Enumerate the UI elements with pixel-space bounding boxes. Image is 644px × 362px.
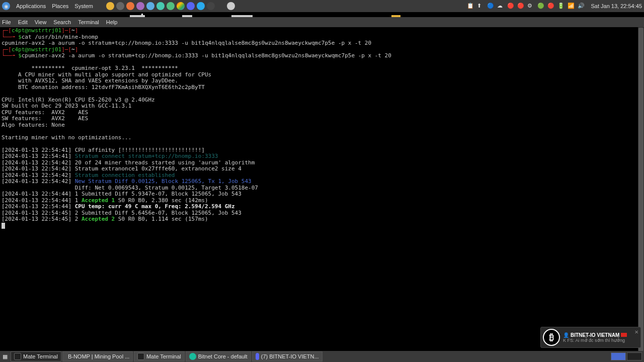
taskbar-item[interactable]: Bitnet Core - default	[186, 351, 251, 361]
discord-icon[interactable]	[187, 2, 195, 10]
bottom-panel: ▦ Mate TerminalB-NOMP | Mining Pool ...M…	[0, 351, 644, 362]
tray-icon[interactable]: 🔵	[487, 3, 494, 10]
app-icon[interactable]	[136, 2, 144, 10]
scrollbar[interactable]	[638, 27, 644, 351]
menu-search[interactable]: Search	[53, 19, 71, 25]
desktop-gap: ▴	[0, 12, 644, 17]
taskbar-item[interactable]: Mate Terminal	[11, 351, 61, 361]
terminal-icon	[14, 353, 21, 360]
notification-popup[interactable]: ₿ 👤 BITNET-IO VIETNAM K FS: Ai mở đc sớm…	[540, 327, 641, 348]
tray-icon[interactable]: ⬆	[477, 3, 484, 10]
app-icon[interactable]	[207, 2, 215, 10]
taskbar-label: Bitnet Core - default	[198, 353, 248, 359]
system-menu[interactable]: System	[74, 3, 93, 9]
workspace-switcher[interactable]	[611, 352, 644, 360]
app-icon[interactable]	[116, 2, 124, 10]
menu-view[interactable]: View	[35, 19, 47, 25]
app-icon[interactable]	[227, 2, 235, 10]
taskbar-label: (7) BITNET-IO VIETN...	[261, 353, 319, 359]
window-stub	[231, 15, 253, 17]
bitnet-icon	[189, 353, 196, 360]
clock[interactable]: Sat Jan 13, 22:54:45	[591, 3, 642, 9]
menu-file[interactable]: File	[2, 19, 11, 25]
terminal-icon	[137, 353, 144, 360]
app-icon[interactable]	[167, 2, 175, 10]
notification-title: 👤 BITNET-IO VIETNAM	[563, 332, 634, 338]
tray-icon[interactable]: ⚙	[527, 3, 534, 10]
app-icon[interactable]	[156, 2, 165, 10]
battery-icon[interactable]: 🔋	[557, 3, 565, 10]
person-icon: 👤	[563, 332, 569, 338]
taskbar-item[interactable]: Mate Terminal	[134, 351, 185, 361]
taskbar: Mate TerminalB-NOMP | Mining Pool ...Mat…	[10, 351, 323, 361]
workspace-1[interactable]	[611, 352, 626, 360]
applications-menu[interactable]: Applications	[16, 3, 46, 9]
firefox-icon[interactable]	[126, 2, 134, 10]
notification-body: K FS: Ai mở đc sớm thì hưởng	[563, 338, 634, 343]
flag-icon	[621, 333, 627, 337]
window-stub	[130, 15, 145, 17]
tray-icon[interactable]: ☁	[497, 3, 504, 10]
network-icon[interactable]: 📶	[568, 3, 575, 10]
terminal-content[interactable]: ┌─[c4pt@nwstrtrj01]─[~] └──╼ $cat /usr/b…	[0, 27, 644, 351]
show-desktop-button[interactable]: ▦	[0, 351, 10, 361]
taskbar-item[interactable]: (7) BITNET-IO VIETN...	[252, 351, 323, 361]
menu-terminal[interactable]: Terminal	[78, 19, 99, 25]
app-icon[interactable]	[106, 2, 114, 10]
bitcoin-icon: ₿	[543, 329, 560, 346]
system-tray: 📋 ⬆ 🔵 ☁ 🔴 🔴 ⚙ 🟢 🔴 🔋 📶 🔊 Sat Jan 13, 22:5…	[467, 3, 642, 10]
taskbar-label: B-NOMP | Mining Pool ...	[68, 353, 129, 359]
telegram-icon[interactable]	[197, 2, 205, 10]
window-stub	[391, 15, 400, 17]
top-panel: ◉ Applications Places System 📋 ⬆ 🔵 ☁ 🔴 🔴…	[0, 0, 644, 12]
window-stub	[182, 15, 192, 17]
volume-icon[interactable]: 🔊	[578, 3, 585, 10]
taskbar-label: Mate Terminal	[146, 353, 181, 359]
tray-icon[interactable]: 🟢	[537, 3, 544, 10]
taskbar-item[interactable]: B-NOMP | Mining Pool ...	[62, 351, 133, 361]
workspace-2[interactable]	[627, 352, 642, 360]
chrome-icon[interactable]	[177, 2, 185, 10]
discord-icon	[256, 353, 259, 360]
tray-icon[interactable]: 📋	[467, 3, 474, 10]
app-icon[interactable]	[146, 2, 154, 10]
menu-edit[interactable]: Edit	[18, 19, 28, 25]
tray-icon[interactable]: 🔴	[507, 3, 514, 10]
terminal-menubar: File Edit View Search Terminal Help	[0, 17, 644, 27]
tray-icon[interactable]: 🔴	[547, 3, 554, 10]
scrollbar-thumb[interactable]	[638, 28, 643, 351]
places-menu[interactable]: Places	[52, 3, 68, 9]
tray-icon[interactable]: 🔴	[517, 3, 524, 10]
close-icon[interactable]: ✕	[634, 329, 638, 335]
mate-logo-icon[interactable]: ◉	[2, 2, 10, 10]
launcher-icons	[106, 2, 235, 10]
taskbar-label: Mate Terminal	[23, 353, 58, 359]
menu-help[interactable]: Help	[106, 19, 118, 25]
